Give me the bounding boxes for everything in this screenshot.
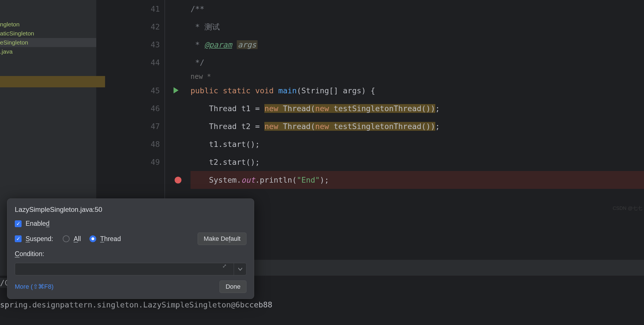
tree-item-selected[interactable]: eSingleton <box>0 38 96 47</box>
punct: (); <box>246 140 260 149</box>
code-text: /** <box>191 5 204 13</box>
suspend-checkbox[interactable]: ✓ <box>15 235 22 242</box>
type: testSingletonThread <box>334 122 421 131</box>
line-number-breakpoint[interactable] <box>114 171 164 189</box>
done-button[interactable]: Done <box>219 280 246 293</box>
suspend-thread-label: Thread <box>100 235 121 243</box>
line-number[interactable]: 49 <box>114 153 164 171</box>
field: out <box>241 176 255 184</box>
enabled-label: Enabled <box>26 220 49 227</box>
breakpoint-popup: LazySimpleSingleton.java:50 ✓ Enabled ✓ … <box>7 199 254 299</box>
more-link[interactable]: More (⇧⌘F8) <box>15 283 54 290</box>
type: Thread <box>209 122 237 131</box>
code-text <box>278 122 283 131</box>
punct: (); <box>246 158 260 166</box>
method-call: start <box>223 140 246 149</box>
line-number[interactable]: 45 <box>114 82 164 100</box>
suspend-all-label: All <box>74 235 81 243</box>
method-call: .println( <box>255 176 297 184</box>
code-text: * <box>191 40 204 49</box>
line-number[interactable]: 44 <box>114 54 164 71</box>
line-number[interactable]: 46 <box>114 100 164 117</box>
type: String <box>301 86 329 95</box>
keyword: new <box>264 122 278 131</box>
expand-icon[interactable]: ⤢ <box>222 263 227 269</box>
line-number[interactable]: 41 <box>114 0 164 18</box>
punct: ); <box>320 176 329 184</box>
punct: ; <box>435 104 440 113</box>
method-name: main <box>278 86 297 95</box>
tree-item[interactable]: ngleton <box>0 20 96 29</box>
punct: ( <box>297 86 301 95</box>
code-text: 测试 <box>204 22 220 31</box>
console-output: spring.designpattern.singleton.LazySimpl… <box>0 300 644 309</box>
tree-item[interactable]: .java <box>0 47 96 56</box>
code-text: t2. <box>209 158 223 166</box>
keyword: new <box>264 104 278 113</box>
enabled-checkbox[interactable]: ✓ <box>15 220 22 227</box>
line-number[interactable]: 43 <box>114 36 164 54</box>
inline-hint: new * <box>191 71 644 82</box>
keyword: void <box>255 86 274 95</box>
make-default-button[interactable]: Make Default <box>198 233 246 245</box>
line-number[interactable]: 47 <box>114 117 164 135</box>
tree-highlight-bar <box>0 76 105 87</box>
punct: ) <box>430 104 435 113</box>
suspend-label: Suspend: <box>26 235 53 243</box>
code-text <box>278 104 283 113</box>
code-text <box>329 104 334 113</box>
punct: ) { <box>361 86 375 95</box>
breakpoint-title: LazySimpleSingleton.java:50 <box>15 206 246 214</box>
tree-item[interactable]: aticSingleton <box>0 29 96 38</box>
code-text: * <box>191 22 204 31</box>
keyword: new <box>315 104 329 113</box>
punct: [] <box>329 86 343 95</box>
type: Thread <box>283 122 311 131</box>
condition-label: Condition: <box>15 250 44 258</box>
string-literal: "End" <box>297 176 320 184</box>
punct: ; <box>435 122 440 131</box>
punct: ( <box>311 122 315 131</box>
suspend-thread-radio[interactable] <box>89 235 96 242</box>
code-text: t1 = <box>237 104 265 113</box>
punct: () <box>421 122 431 131</box>
code-text: */ <box>191 58 204 67</box>
line-number[interactable]: 42 <box>114 18 164 36</box>
javadoc-param: args <box>237 40 258 49</box>
identifier: args <box>343 86 361 95</box>
keyword: static <box>223 86 251 95</box>
code-text: System. <box>209 176 241 184</box>
punct: ) <box>430 122 435 131</box>
javadoc-tag: @param <box>204 40 232 49</box>
type: Thread <box>283 104 311 113</box>
keyword: public <box>191 86 218 95</box>
method-call: start <box>223 158 246 166</box>
punct: () <box>421 104 431 113</box>
watermark: CSDN @七七 <box>613 205 642 212</box>
code-text <box>329 122 334 131</box>
code-text: t2 = <box>237 122 265 131</box>
suspend-all-radio[interactable] <box>63 235 70 242</box>
condition-input[interactable] <box>15 263 234 275</box>
type: Thread <box>209 104 237 113</box>
punct: ( <box>311 104 315 113</box>
type: testSingletonThread <box>334 104 421 113</box>
condition-dropdown[interactable] <box>234 263 246 275</box>
keyword: new <box>315 122 329 131</box>
code-text: t1. <box>209 140 223 149</box>
line-number[interactable]: 48 <box>114 135 164 153</box>
